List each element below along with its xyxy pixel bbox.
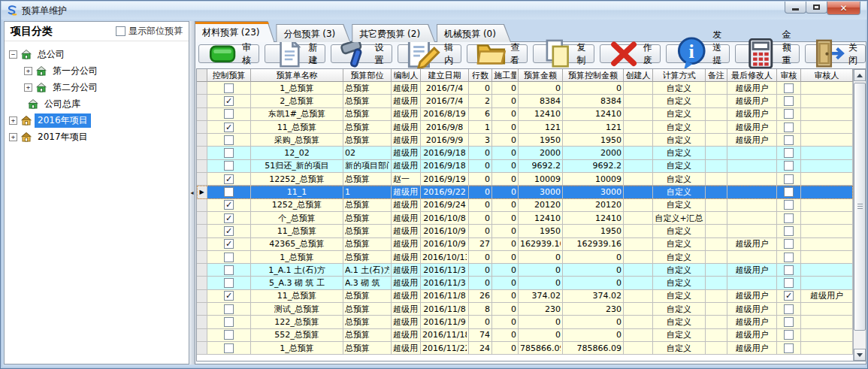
close-button[interactable]: ✕ <box>827 2 860 15</box>
control-budget-checkbox[interactable] <box>224 253 234 262</box>
tree-item[interactable]: 公司总库 <box>5 95 189 112</box>
edit-content-button[interactable]: 编辑内容 <box>398 44 462 63</box>
control-budget-checkbox[interactable] <box>224 83 234 93</box>
panel-splitter[interactable]: ◂ <box>189 21 195 364</box>
expand-expander-icon[interactable]: + <box>24 83 32 92</box>
control-budget-checkbox[interactable] <box>224 343 234 353</box>
show-section-budget-checkbox[interactable] <box>116 26 126 36</box>
new-doc-button[interactable]: 新建 <box>265 44 325 63</box>
audit-checkbox[interactable] <box>784 226 794 236</box>
send-reminder-button[interactable]: i发送提醒 <box>666 44 730 63</box>
scroll-up-button[interactable] <box>854 69 866 81</box>
audit-checkbox[interactable] <box>784 96 794 106</box>
table-row[interactable]: ✓1252_总预算总预算超级用户2016/9/24002012020120自定义 <box>197 199 853 212</box>
copy-button[interactable]: 复制 <box>533 44 594 63</box>
table-row[interactable]: ✓42365_总预算总预算超级用户2016/10/9270162939.1616… <box>197 238 853 251</box>
settings-hammer-button[interactable]: 设置 <box>331 44 392 63</box>
control-budget-checkbox[interactable] <box>224 330 234 340</box>
column-header-amt[interactable]: 预算金额 <box>519 69 563 82</box>
minimize-button[interactable] <box>785 2 806 14</box>
table-row[interactable]: ✓个_总预算总预算超级用户2016/10/8001241012410自定义+汇总 <box>197 212 853 225</box>
app-logo-icon[interactable] <box>6 5 18 17</box>
column-header-lines[interactable]: 行数 <box>469 69 492 82</box>
tree-item[interactable]: −总公司 <box>5 46 189 62</box>
table-row[interactable]: 12_0202超级用户2016/9/180020002000自定义 <box>197 147 853 159</box>
control-budget-checkbox[interactable]: ✓ <box>224 122 234 132</box>
control-budget-checkbox[interactable]: ✓ <box>224 96 234 106</box>
audit-checkbox[interactable] <box>784 317 794 327</box>
table-row[interactable]: ▶11_11超级用户2016/9/220030003000自定义 <box>197 186 853 198</box>
control-budget-checkbox[interactable]: ✓ <box>224 291 234 301</box>
tree-item[interactable]: +第一分公司 <box>5 62 189 79</box>
table-row[interactable]: 东凯1#_总预算总预算超级用户2016/8/19601241012410自定义超… <box>197 108 853 121</box>
audit-checkbox[interactable] <box>784 213 794 223</box>
audit-checkbox[interactable] <box>784 343 794 353</box>
control-budget-checkbox[interactable] <box>224 161 234 171</box>
table-row[interactable]: 51归还_新的项目新的项目部门超级用户2016/9/18009692.29692… <box>197 160 853 173</box>
audit-checkbox[interactable] <box>784 253 794 262</box>
view-folder-button[interactable]: 查看 <box>467 44 528 63</box>
audit-checkbox[interactable] <box>784 187 794 197</box>
audit-checkbox[interactable] <box>784 109 794 119</box>
table-row[interactable]: ✓11_总预算总预算超级用户2016/9/810121121自定义超级用户 <box>197 121 853 134</box>
control-budget-checkbox[interactable]: ✓ <box>224 239 234 249</box>
column-header-audit[interactable]: 审核 <box>777 69 801 82</box>
table-row[interactable]: 1_总预算总预算超级用户2016/11/22240785866.09785866… <box>197 342 853 355</box>
column-header-dept[interactable]: 预算部位 <box>343 69 392 82</box>
control-budget-checkbox[interactable] <box>224 148 234 158</box>
table-row[interactable]: ✓2_总预算总预算超级用户2016/7/42083848384自定义超级用户 <box>197 95 853 107</box>
column-header-creator[interactable]: 创建人 <box>624 69 653 82</box>
tab-3[interactable]: 其它费预算 (2) <box>352 24 435 42</box>
table-row[interactable]: 采购_总预算总预算超级用户2016/9/93019501950自定义超级用户 <box>197 134 853 147</box>
table-row[interactable]: 测试_总预算总预算超级用户2016/11/880230230自定义超级用户 <box>197 303 853 316</box>
audit-checkbox[interactable] <box>784 122 794 132</box>
table-row[interactable]: ✓11_总预算总预算超级用户2016/11/8260374.02374.02自定… <box>197 290 853 303</box>
column-header-maker[interactable]: 编制人 <box>392 69 421 82</box>
table-row[interactable]: 1_总预算总预算超级用户2016/7/40000自定义超级用户 <box>197 82 853 95</box>
table-row[interactable]: 122_总预算总预算超级用户2016/11/90000自定义超级用户 <box>197 316 853 328</box>
control-budget-checkbox[interactable]: ✓ <box>224 213 234 223</box>
control-budget-checkbox[interactable] <box>224 109 234 119</box>
table-row[interactable]: 552_总预算总预算超级用户2016/11/1874000自定义超级用户 <box>197 329 853 342</box>
column-header-ctrl[interactable]: 控制预算 <box>207 69 251 82</box>
tab-2[interactable]: 分包预算 (3) <box>276 24 350 42</box>
audit-checkbox[interactable] <box>784 330 794 340</box>
tree-item[interactable]: +2016年项目 <box>5 112 189 129</box>
audit-checkbox[interactable] <box>784 278 794 288</box>
audit-checkbox[interactable] <box>784 161 794 171</box>
column-header-modifier[interactable]: 最后修改人 <box>727 69 777 82</box>
table-row[interactable]: ✓12252_总预算总预算赵一2016/9/19001000910009自定义 <box>197 173 853 186</box>
control-budget-checkbox[interactable] <box>224 135 234 145</box>
close-door-button[interactable]: 关闭 <box>805 44 866 63</box>
scroll-thumb[interactable] <box>854 83 866 331</box>
control-budget-checkbox[interactable] <box>224 278 234 288</box>
column-header-auditor[interactable]: 审核人 <box>801 69 853 82</box>
audit-checkbox[interactable] <box>784 83 794 93</box>
column-header-calc[interactable]: 计算方式 <box>653 69 706 82</box>
void-x-button[interactable]: 作废 <box>600 44 661 63</box>
recalc-calculator-button[interactable]: 金额重算 <box>735 44 800 63</box>
tab-1[interactable]: 材料预算 (23) <box>195 21 274 42</box>
control-budget-checkbox[interactable] <box>224 265 234 275</box>
audit-checkbox[interactable] <box>784 135 794 145</box>
expand-expander-icon[interactable]: + <box>9 133 17 141</box>
expand-expander-icon[interactable]: + <box>9 116 17 125</box>
column-header-qty[interactable]: 施工量 <box>492 69 519 82</box>
control-budget-checkbox[interactable] <box>224 304 234 314</box>
column-header-name[interactable]: 预算单名称 <box>251 69 343 82</box>
scroll-down-button[interactable] <box>854 349 866 361</box>
expand-expander-icon[interactable]: + <box>24 67 32 75</box>
table-row[interactable]: 1_总预算总预算超级用户2016/10/130000自定义 <box>197 251 853 264</box>
column-header-note[interactable]: 备注 <box>706 69 727 82</box>
column-header-ctrl_amt[interactable]: 预算控制金额 <box>563 69 624 82</box>
table-row[interactable]: ✓11_总预算总预算超级用户2016/10/90019501950自定义 <box>197 225 853 237</box>
audit-checkbox[interactable] <box>784 148 794 158</box>
table-row[interactable]: 5_A.3 砌 筑 工A.3 砌 筑超级用户2016/11/30000自定义 <box>197 277 853 289</box>
audit-checkbox[interactable] <box>784 200 794 210</box>
control-budget-checkbox[interactable] <box>224 317 234 327</box>
control-budget-checkbox[interactable]: ✓ <box>224 174 234 184</box>
audit-checkbox[interactable] <box>784 265 794 275</box>
tab-4[interactable]: 机械预算 (0) <box>437 24 511 42</box>
tree-item[interactable]: +2017年项目 <box>5 129 189 145</box>
audit-checkbox[interactable] <box>784 239 794 249</box>
